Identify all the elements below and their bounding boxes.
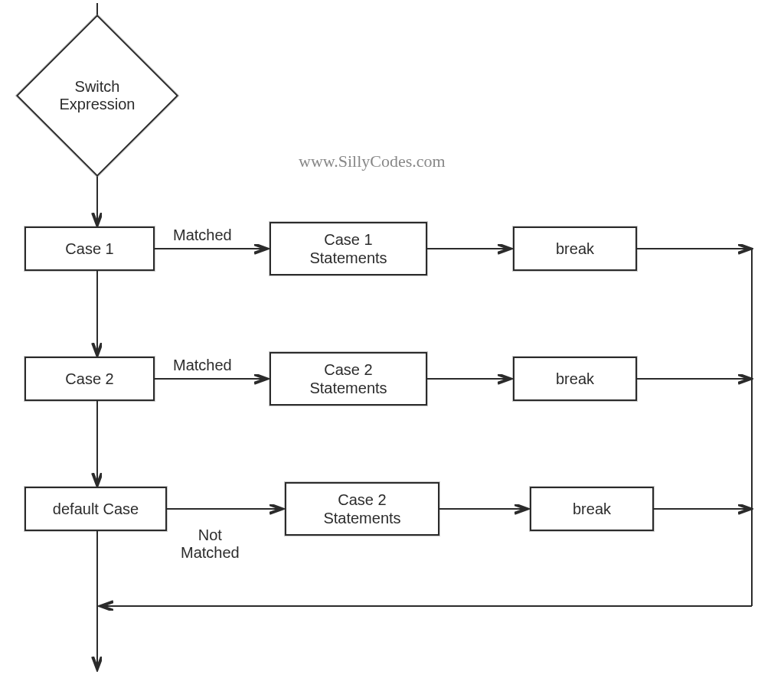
default-break-node: break bbox=[530, 487, 654, 531]
case1-edge-label: Matched bbox=[173, 227, 232, 244]
case2-node: Case 2 bbox=[24, 357, 155, 401]
case2-statements-node: Case 2Statements bbox=[270, 352, 427, 406]
case1-break-node: break bbox=[513, 227, 637, 271]
switch-expression-decision: SwitchExpression bbox=[40, 38, 155, 153]
default-statements-node: Case 2Statements bbox=[285, 482, 439, 536]
switch-expression-label: SwitchExpression bbox=[40, 38, 155, 153]
case1-statements-node: Case 1Statements bbox=[270, 222, 427, 275]
flowchart-canvas: www.SillyCodes.com SwitchExpression Case… bbox=[0, 0, 784, 678]
case2-break-node: break bbox=[513, 357, 637, 401]
case1-node: Case 1 bbox=[24, 227, 155, 271]
default-edge-label: NotMatched bbox=[181, 526, 240, 562]
watermark-text: www.SillyCodes.com bbox=[299, 152, 446, 171]
case2-edge-label: Matched bbox=[173, 357, 232, 374]
default-case-node: default Case bbox=[24, 487, 167, 531]
